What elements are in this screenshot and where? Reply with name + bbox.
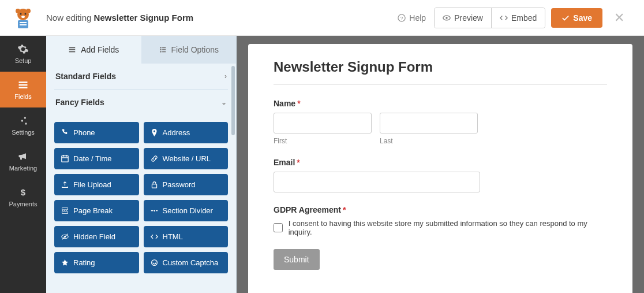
email-input[interactable] [274,172,480,192]
svg-rect-34 [62,208,68,210]
submit-button[interactable]: Submit [274,249,320,270]
svg-rect-28 [162,51,166,53]
svg-rect-29 [62,156,68,162]
nav-label: Setup [15,57,32,64]
topbar: Now editing Newsletter Signup Form ? Hel… [0,0,644,36]
svg-rect-13 [19,81,28,83]
field-gdpr[interactable]: GDPR Agreement* I consent to having this… [274,205,607,236]
nav-settings[interactable]: Settings [0,107,46,143]
lock-icon [151,181,158,188]
svg-rect-26 [162,47,166,49]
svg-rect-15 [19,87,28,88]
field-btn-label: Phone [73,128,95,137]
field-btn-date-time[interactable]: Date / Time [54,148,139,169]
form-preview: Newsletter Signup Form Name* First Last [248,44,632,293]
field-btn-file-upload[interactable]: File Upload [54,174,139,195]
panel-scrollbar[interactable] [231,66,235,135]
app-logo [0,6,46,29]
pin-icon [151,129,158,136]
email-label: Email* [274,158,607,167]
field-btn-label: File Upload [73,180,111,189]
nav-label: Settings [12,129,35,136]
chevron-right-icon: › [224,72,227,80]
field-btn-rating[interactable]: Rating [54,252,139,273]
svg-point-4 [25,13,27,14]
captcha-icon [151,259,158,266]
field-btn-hidden-field[interactable]: Hidden Field [54,226,139,247]
field-btn-label: HTML [163,232,183,241]
nav-label: Payments [9,201,38,207]
field-email[interactable]: Email* [274,158,607,192]
field-btn-website-url[interactable]: Website / URL [144,148,229,169]
field-name[interactable]: Name* First Last [274,99,607,145]
link-icon [151,155,158,162]
svg-rect-27 [162,49,166,50]
help-link[interactable]: ? Help [398,13,426,23]
field-btn-label: Hidden Field [73,232,115,241]
section-fancy-fields[interactable]: Fancy Fields ⌄ [54,90,228,115]
field-btn-page-break[interactable]: Page Break [54,200,139,221]
svg-point-24 [160,49,162,51]
nav-label: Fields [14,93,31,100]
svg-point-18 [25,123,27,124]
code-icon [151,233,158,240]
fields-panel: Add Fields Field Options Standard Fields… [46,36,237,293]
calendar-icon [61,155,69,162]
field-btn-custom-captcha[interactable]: Custom Captcha [144,252,229,273]
svg-text:?: ? [400,15,403,21]
svg-point-2 [26,9,31,13]
nav-label: Marketing [9,165,37,172]
svg-rect-7 [20,22,27,23]
field-btn-phone[interactable]: Phone [54,122,139,143]
first-name-input[interactable] [274,113,372,133]
field-btn-label: Address [163,128,190,137]
field-btn-label: Password [163,180,196,189]
phone-icon [61,129,69,136]
svg-rect-20 [69,47,76,49]
field-btn-label: Rating [73,258,95,267]
svg-point-17 [21,120,23,121]
eyeoff-icon [61,233,69,240]
last-name-input[interactable] [380,113,478,133]
gdpr-checkbox[interactable] [274,223,283,232]
svg-rect-21 [69,49,76,50]
pagebreak-icon [61,207,69,214]
preview-button[interactable]: Preview [435,8,491,28]
svg-point-25 [160,51,162,53]
nav-marketing[interactable]: Marketing [0,143,46,179]
save-button[interactable]: Save [551,8,602,28]
svg-point-23 [160,47,162,49]
field-btn-address[interactable]: Address [144,122,229,143]
svg-point-42 [151,260,157,266]
gdpr-text: I consent to having this website store m… [289,219,607,236]
svg-rect-35 [62,212,68,213]
first-sublabel: First [274,137,372,145]
svg-rect-22 [69,51,76,53]
nav-fields[interactable]: Fields [0,72,46,107]
svg-point-5 [21,16,25,18]
svg-point-1 [16,9,20,13]
field-btn-section-divider[interactable]: Section Divider [144,200,229,221]
form-title: Newsletter Signup Form [274,59,607,85]
nav-setup[interactable]: Setup [0,36,46,72]
field-btn-label: Custom Captcha [163,258,219,267]
left-nav: Setup Fields Settings Marketing $ Paymen… [0,36,46,293]
field-btn-html[interactable]: HTML [144,226,229,247]
gdpr-label: GDPR Agreement* [274,205,607,214]
section-standard-fields[interactable]: Standard Fields › [54,64,228,90]
close-icon[interactable]: ✕ [607,10,631,25]
form-canvas: Newsletter Signup Form Name* First Last [237,36,644,293]
svg-point-12 [445,17,448,19]
field-btn-password[interactable]: Password [144,174,229,195]
svg-text:$: $ [21,187,26,197]
svg-point-16 [24,117,26,118]
field-btn-label: Website / URL [163,154,211,163]
editing-title: Now editing Newsletter Signup Form [46,13,193,23]
tab-add-fields[interactable]: Add Fields [46,36,141,64]
upload-icon [61,181,69,188]
tab-field-options[interactable]: Field Options [141,36,237,64]
nav-payments[interactable]: $ Payments [0,179,46,215]
field-btn-label: Page Break [73,206,113,215]
embed-button[interactable]: Embed [491,8,545,28]
svg-point-3 [20,13,22,14]
